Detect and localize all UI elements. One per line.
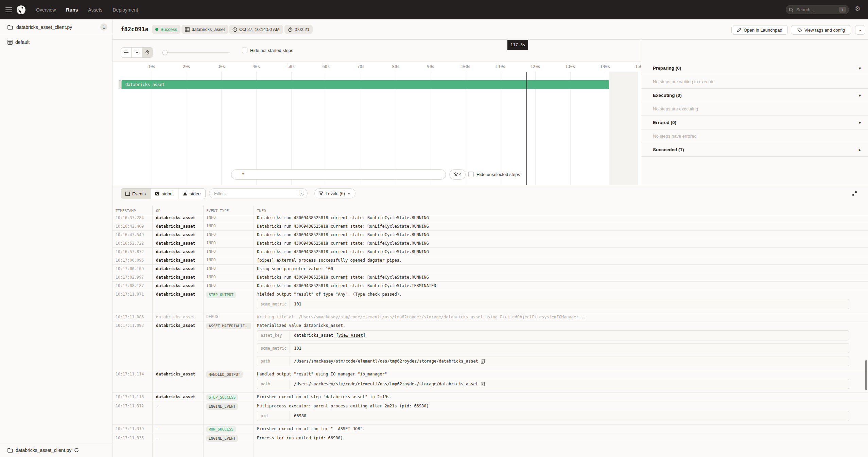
nav-runs[interactable]: Runs [66,7,78,13]
copy-icon[interactable] [481,359,485,364]
scrollbar-thumb[interactable] [865,360,867,390]
ruler-tick: 30s [218,64,225,69]
log-timestamp: 10:17:11.118 [112,393,153,402]
global-search[interactable]: Search... / [786,5,849,14]
log-op: databricks_asset [153,239,204,247]
event-type-text: DEBUG [206,314,218,319]
panel-section-header[interactable]: Executing (0) [641,89,868,102]
metadata-value: /Users/smackesey/stm/code/elementl/oss/t… [290,382,485,386]
log-info: Databricks run 43009438525818 current st… [254,273,868,281]
nav-assets[interactable]: Assets [88,7,102,13]
timed-view-icon[interactable] [142,48,153,57]
tab-stderr[interactable]: stderr [178,189,205,199]
log-row[interactable]: 10:17:00.109databricks_assetINFOUsing so… [112,265,868,273]
event-type-text: INFO [206,232,216,237]
tab-stdout[interactable]: stdout [151,189,178,199]
hide-unselected-label: Hide unselected steps [476,172,520,177]
log-row[interactable]: 10:16:37.284databricks_assetINFODatabric… [112,216,868,222]
log-table-header: TIMESTAMP OP EVENT TYPE INFO [112,206,868,216]
flat-view-icon[interactable] [121,48,132,57]
log-row[interactable]: 10:17:11.312-ENGINE_EVENTMultiprocess ex… [112,402,868,425]
log-info-text: Using some_parameter value: 100 [257,266,858,271]
panel-section-header[interactable]: Preparing (0) [641,61,868,75]
log-row[interactable]: 10:17:11.092databricks_assetASSET_MATERI… [112,321,868,370]
step-selector-input[interactable] [231,169,446,180]
log-event-type: INFO [204,248,254,256]
nav-deployment[interactable]: Deployment [112,7,138,13]
log-event-type: HANDLED_OUTPUT [204,370,254,390]
success-dot-icon [155,28,158,31]
log-row[interactable]: 10:17:11.071databricks_assetSTEP_OUTPUTY… [112,290,868,313]
log-row[interactable]: 10:17:11.085databricks_assetDEBUGWriting… [112,313,868,321]
clear-filter-icon[interactable]: ✕ [299,191,304,196]
waterfall-view-icon[interactable] [132,48,142,57]
log-info: Materialized value databricks_asset.asse… [254,321,868,368]
nav-overview[interactable]: Overview [36,7,56,13]
beyond-run-shading [609,72,638,185]
gantt-bar-handle[interactable] [119,80,122,89]
dagster-logo-icon[interactable] [16,5,26,15]
levels-dropdown[interactable]: Levels (6) [314,188,355,198]
hamburger-menu-icon[interactable] [5,7,12,12]
search-shortcut-key: / [839,7,846,13]
log-row[interactable]: 10:16:42.409databricks_assetINFODatabric… [112,222,868,231]
metadata-path-link[interactable]: /Users/smackesey/stm/code/elementl/oss/t… [294,382,478,386]
view-asset-link[interactable]: [View Asset] [336,333,366,338]
hide-not-started-checkbox[interactable] [242,48,247,53]
log-timestamp: 10:17:11.085 [112,313,153,321]
log-row[interactable]: 10:17:08.187databricks_assetINFODatabric… [112,282,868,290]
hide-unselected-checkbox[interactable] [468,172,474,177]
sidebar-item-code-location[interactable]: databricks_asset_client.py 1 [0,19,112,35]
log-info: Yielded output "result" of type "Any". (… [254,290,868,311]
log-info: Multiprocess executor: parent process ex… [254,402,868,422]
metadata-stack: some_metric101 [257,299,849,309]
expand-log-button[interactable] [850,189,859,198]
log-info-text: Databricks run 43009438525818 current st… [257,241,858,246]
copy-icon[interactable] [481,382,485,386]
col-info: INFO [254,209,266,213]
dagster-run-page: Overview Runs Assets Deployment Search..… [0,0,868,457]
sidebar-item-job-default[interactable]: default [0,35,112,49]
log-row[interactable]: 10:16:57.872databricks_assetINFODatabric… [112,248,868,256]
tab-events[interactable]: Events [121,189,151,199]
zoom-slider[interactable] [163,52,230,53]
log-scroll-area[interactable]: 10:16:37.284databricks_assetINFODatabric… [112,216,868,457]
apply-selection-button[interactable]: ^ [449,169,466,180]
ruler-tick: 110s [496,64,505,69]
view-tags-config-button[interactable]: View tags and config [791,25,851,35]
ruler-tick: 40s [253,64,260,69]
gear-icon[interactable] [855,5,861,12]
log-op: databricks_asset [153,370,204,390]
log-row[interactable]: 10:17:02.997databricks_assetINFODatabric… [112,273,868,282]
open-in-launchpad-button[interactable]: Open in Launchpad [731,25,788,35]
reload-icon[interactable] [74,448,79,453]
zoom-slider-thumb[interactable] [162,50,168,55]
panel-section-header[interactable]: Errored (0) [641,116,868,129]
log-info-text: Yielded output "result" of type "Any". (… [257,292,858,297]
run-more-actions-button[interactable] [855,25,865,35]
log-event-type: INFO [204,265,254,273]
event-type-text: INFO [206,266,216,271]
log-info: Finished execution of run for "__ASSET_J… [254,425,868,434]
panel-section-header[interactable]: Succeeded (1) [641,143,868,157]
metadata-path-link[interactable]: /Users/smackesey/stm/code/elementl/oss/t… [294,359,478,364]
log-row[interactable]: 10:16:47.549databricks_assetINFODatabric… [112,231,868,239]
metadata-entry: asset_keydatabricks_asset[View Asset] [257,330,849,340]
log-row[interactable]: 10:16:52.722databricks_assetINFODatabric… [112,239,868,248]
log-op: databricks_asset [153,290,204,311]
log-info: Using some_parameter value: 100 [254,265,868,273]
log-op: databricks_asset [153,222,204,230]
log-row[interactable]: 10:17:11.319-RUN_SUCCESSFinished executi… [112,425,868,434]
log-row[interactable]: 10:17:11.114databricks_assetHANDLED_OUTP… [112,370,868,393]
metadata-key: pid [257,411,290,421]
log-event-type: DEBUG [204,313,254,321]
log-op: databricks_asset [153,216,204,222]
log-row[interactable]: 10:17:11.118databricks_assetSTEP_SUCCESS… [112,393,868,402]
log-row[interactable]: 10:17:00.096databricks_assetINFO[pipes] … [112,256,868,265]
metadata-entry: path/Users/smackesey/stm/code/elementl/o… [257,379,849,389]
search-placeholder: Search... [796,7,839,12]
log-row[interactable]: 10:17:11.335-ENGINE_EVENTProcess for run… [112,434,868,443]
gantt-bar-databricks-asset[interactable]: databricks_asset [122,80,609,89]
log-filter-input[interactable] [209,188,308,198]
job-tag[interactable]: databricks_asset [181,25,228,34]
